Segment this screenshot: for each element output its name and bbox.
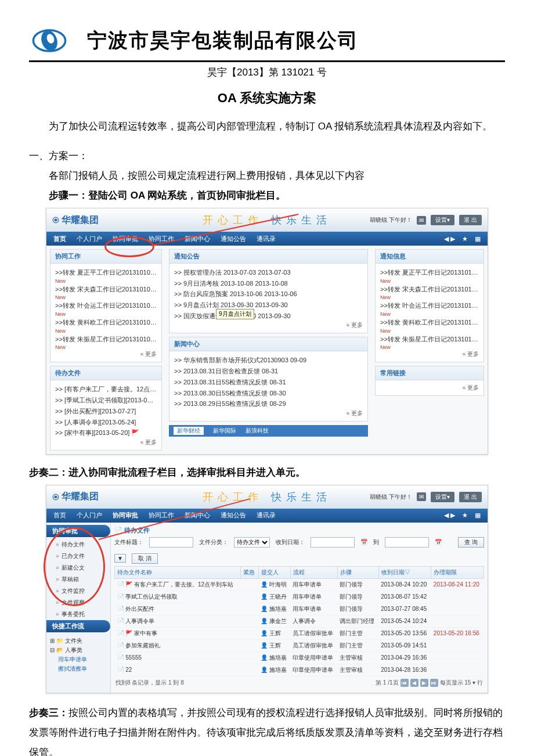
- panel-newscenter: 新闻中心 >> 华东销售部新市场开拓仪式20130903 09-09 >> 20…: [169, 337, 368, 421]
- list-item[interactable]: >> 9月日清考核 2013-10-08 2013-10-08: [174, 278, 363, 289]
- filter-title-input[interactable]: [149, 537, 193, 548]
- filter-recv-label: 收到日期：: [276, 538, 305, 546]
- list-item[interactable]: >> 9月盘点计划 2013-09-30 2013-09-30: [174, 300, 363, 311]
- list-item[interactable]: >>转发 宋夫森工作日记20131010,请查阅,来自[协同工作]: [380, 284, 479, 295]
- tree-file[interactable]: 擦拭清擦单: [50, 664, 107, 674]
- pager-next[interactable]: ▶: [420, 679, 428, 687]
- list-item[interactable]: >>转发 夏正平工作日记20131010 2013-10-11: [55, 267, 157, 278]
- table-row[interactable]: 📄 22👤 施培嘉印章使用申请单主管审核2013-04-28 16:36: [115, 664, 484, 676]
- table-row[interactable]: 📄 季斌工伤认定书领取👤 王晓丹用车申请单部门领导2013-08-07 15:4…: [115, 591, 484, 603]
- list-item[interactable]: >> [外出买配件][2013-07-27]: [55, 406, 157, 417]
- news-tab[interactable]: 新华财经: [174, 427, 204, 435]
- step3-text: 步奏三：按照公司内置的表格填写，并按照公司现有的授权流程进行选择报销人员审批级别…: [29, 703, 505, 756]
- pager-prev[interactable]: ◀: [410, 679, 418, 687]
- table-row[interactable]: 📄 🚩 有客户来工厂，要去接。12点半到车站👤 叶海明用车申请单部门领导2013…: [115, 578, 484, 591]
- table-row[interactable]: 📄 🚩 家中有事👤 王辉员工请假审批单部门主管2013-05-20 13:562…: [115, 627, 484, 639]
- doc-header: 宁波市昊宇包装制品有限公司: [29, 23, 505, 62]
- intro-text: 为了加快公司流程运转效率，提高公司内部管理流程，特制订 OA 报销系统流程具体流…: [29, 117, 505, 136]
- table-row[interactable]: 📄 55555👤 施培嘉印章使用申请单主管审核2013-04-29 16:36: [115, 651, 484, 664]
- list-item[interactable]: >> 防台风应急预案 2013-10-06 2013-10-06: [174, 289, 363, 300]
- nav-notice[interactable]: 通知公告: [221, 511, 246, 520]
- list-item[interactable]: >>转发 朱振星工作日记20131010,请查阅,来自[协同工作]: [380, 334, 479, 345]
- exit-button[interactable]: 退 出: [459, 215, 482, 225]
- list-item[interactable]: >> [家中有事][2013-05-20] 🚩: [55, 427, 157, 438]
- company-name: 宁波市昊宇包装制品有限公司: [87, 27, 359, 54]
- annotation-circle: [44, 527, 105, 606]
- filter-date-to[interactable]: [385, 537, 429, 548]
- tree-folder[interactable]: ⊟ 📂 人事类: [50, 646, 107, 655]
- col-name[interactable]: 待办文件名称: [115, 566, 241, 578]
- table-row[interactable]: 📄 参加朱露婚礼👤 王辉员工请假审批单部门主管2013-05-09 14:51: [115, 639, 484, 651]
- tree-file[interactable]: 用车申请单: [50, 655, 107, 664]
- more-link[interactable]: « 更多: [380, 350, 479, 358]
- filter-type-select[interactable]: 待办文件: [234, 537, 270, 548]
- nav-contacts[interactable]: 通讯录: [257, 235, 276, 243]
- more-link[interactable]: « 更多: [55, 350, 157, 358]
- cancel-button[interactable]: 取 消: [132, 553, 158, 564]
- dropdown-button[interactable]: ▼: [114, 554, 126, 563]
- table-row[interactable]: 📄 人事调令单👤 康金兰人事调令调出部门经理2013-05-24 10:24: [115, 615, 484, 627]
- col-recv[interactable]: 收到日期▽: [378, 566, 431, 578]
- list-item[interactable]: >>转发 叶会运工作日记20131010 2013-10-11: [55, 300, 157, 311]
- more-link[interactable]: « 更多: [174, 409, 363, 417]
- nav-notice[interactable]: 通知公告: [221, 235, 246, 243]
- settings-button[interactable]: 设置▾: [431, 215, 454, 225]
- list-item[interactable]: >> 2013.08.29日5S检查情况反馈 08-29: [174, 398, 363, 409]
- list-item[interactable]: >>转发 夏正平工作日记20131010,请查阅,来自[协同工作]: [380, 267, 479, 278]
- app-logo: 华耀集团: [52, 214, 99, 226]
- tree-folder[interactable]: ⊞ 📁 文件夹: [50, 636, 107, 646]
- list-item[interactable]: >> 2013.08.31日5S检查情况反馈 08-31: [174, 377, 363, 388]
- col-due[interactable]: 办理期限: [431, 566, 484, 578]
- list-item[interactable]: >>转发 宋夫森工作日记20131010 2013-10-11: [55, 284, 157, 295]
- nav-arrows[interactable]: ◀ ▶: [444, 235, 455, 243]
- panel-todo-title: 待办文件: [50, 366, 161, 380]
- news-tab[interactable]: 新华国际: [213, 427, 236, 435]
- col-flow[interactable]: 流程: [290, 566, 337, 578]
- list-item[interactable]: >> [季斌工伤认定书领取][2013-08-07]: [55, 395, 157, 406]
- settings-button[interactable]: 设置▾: [431, 492, 454, 502]
- query-button[interactable]: 查 询: [458, 537, 484, 548]
- list-item[interactable]: >> 华东销售部新市场开拓仪式20130903 09-09: [174, 355, 363, 366]
- list-item[interactable]: >>转发 黄科欧工作日记20131010 2013-10-11: [55, 317, 157, 328]
- list-item[interactable]: >>转发 叶会运工作日记20131010,请查阅,来自[协同工作]: [380, 300, 479, 311]
- col-submitter[interactable]: 提交人: [258, 566, 290, 578]
- list-item[interactable]: >> 2013.08.31日宿舍检查反馈 08-31: [174, 366, 363, 377]
- pager-first[interactable]: ⏮: [400, 679, 409, 687]
- nav-home[interactable]: 首页: [53, 511, 66, 520]
- step1-heading: 步骤一：登陆公司 OA 网站系统，首页协同审批栏目。: [29, 186, 505, 206]
- list-item[interactable]: >> [人事调令单][2013-05-24]: [55, 417, 157, 428]
- filter-date-from[interactable]: [311, 537, 355, 548]
- nav-work[interactable]: 协同工作: [149, 511, 174, 520]
- message-icon[interactable]: ✉: [417, 216, 426, 225]
- more-link[interactable]: « 更多: [174, 321, 363, 329]
- pager-last[interactable]: ⏭: [430, 679, 438, 687]
- list-item[interactable]: >>转发 黄科欧工作日记20131010,请查阅,来自[协同工作]: [380, 317, 479, 328]
- table-row[interactable]: 📄 外出买配件👤 施培嘉用车申请单部门领导2013-07-27 08:45: [115, 603, 484, 615]
- nav-star-icon[interactable]: ★: [462, 235, 468, 243]
- list-item[interactable]: >> [有客户来工厂，要去接。12点半到车站][2013-08-24]: [55, 384, 157, 395]
- col-urgent[interactable]: 紧急: [241, 566, 258, 578]
- sidebar-item[interactable]: 事务委托: [46, 609, 110, 620]
- nav-personal[interactable]: 个人门户: [77, 235, 102, 243]
- calendar-icon[interactable]: 📅: [360, 539, 367, 545]
- calendar-icon[interactable]: 📅: [435, 539, 442, 545]
- nav-approval[interactable]: 协同审批: [113, 511, 138, 520]
- news-tab[interactable]: 新浪科技: [246, 427, 269, 435]
- nav-personal[interactable]: 个人门户: [77, 511, 102, 520]
- list-item[interactable]: >>转发 朱振星工作日记20131010 2013-10-11: [55, 334, 157, 345]
- message-icon[interactable]: ✉: [417, 492, 426, 501]
- more-link[interactable]: « 更多: [55, 438, 157, 447]
- nav-home[interactable]: 首页: [53, 235, 66, 243]
- more-link[interactable]: « 更多: [380, 384, 479, 392]
- exit-button[interactable]: 退 出: [459, 492, 482, 502]
- panel-links-title: 常用链接: [376, 366, 484, 380]
- nav-contacts[interactable]: 通讯录: [257, 511, 276, 520]
- list-item[interactable]: >> 2013.08.30日5S检查情况反馈 08-30: [174, 388, 363, 399]
- col-step[interactable]: 步骤: [337, 566, 378, 578]
- nav-grid-icon[interactable]: ▦: [475, 235, 481, 243]
- filter-bar: 文件标题： 文件分类： 待办文件 收到日期： 📅 到 📅 查 询 ▼ 取 消: [114, 537, 484, 564]
- panel-links: 常用链接 « 更多: [375, 366, 484, 396]
- list-item[interactable]: >> 国庆放假通知 2013-09-30 2013-09-30: [174, 311, 363, 322]
- user-greeting: 胡晓锐 下午好！: [370, 216, 412, 224]
- list-item[interactable]: >> 授权管理办法 2013-07-03 2013-07-03: [174, 267, 363, 278]
